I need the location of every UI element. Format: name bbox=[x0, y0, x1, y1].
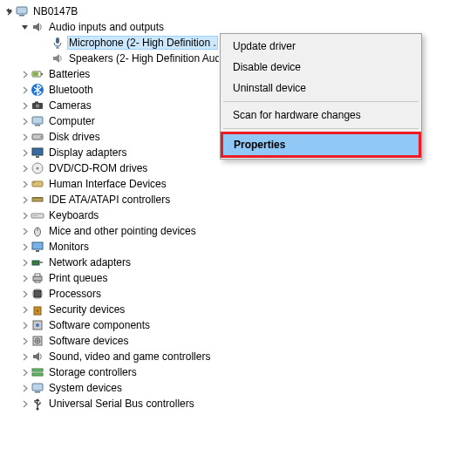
chevron-right-icon[interactable] bbox=[19, 100, 30, 111]
tree-category[interactable]: Mice and other pointing devices bbox=[2, 223, 468, 239]
chevron-right-icon[interactable] bbox=[19, 241, 30, 252]
menu-disable-device[interactable]: Disable device bbox=[222, 57, 419, 78]
svg-rect-11 bbox=[35, 125, 40, 126]
tree-category[interactable]: System devices bbox=[2, 380, 468, 396]
tree-category[interactable]: Print queues bbox=[2, 270, 468, 286]
svg-point-13 bbox=[40, 136, 42, 138]
svg-rect-25 bbox=[37, 215, 37, 216]
display-icon bbox=[31, 146, 44, 160]
svg-rect-36 bbox=[37, 309, 38, 312]
tree-category[interactable]: Keyboards bbox=[2, 207, 468, 223]
tree-category[interactable]: Network adapters bbox=[2, 255, 468, 270]
chevron-right-icon[interactable] bbox=[19, 210, 30, 221]
tree-category[interactable]: Sound, video and game controllers bbox=[2, 349, 468, 364]
chevron-down-icon[interactable] bbox=[3, 6, 14, 17]
menu-separator bbox=[223, 128, 419, 129]
tree-category-label: Keyboards bbox=[47, 208, 100, 222]
tree-category-label: Software devices bbox=[47, 334, 130, 348]
svg-point-38 bbox=[36, 323, 39, 327]
tree-category-label: Network adapters bbox=[47, 255, 133, 269]
chevron-right-icon[interactable] bbox=[19, 194, 30, 205]
chevron-right-icon[interactable] bbox=[19, 257, 30, 268]
menu-uninstall-device[interactable]: Uninstall device bbox=[222, 78, 419, 99]
chevron-down-icon[interactable] bbox=[19, 22, 30, 32]
menu-scan-hardware[interactable]: Scan for hardware changes bbox=[222, 105, 419, 126]
svg-rect-9 bbox=[35, 102, 38, 104]
computer-icon bbox=[31, 114, 44, 128]
tree-category[interactable]: Human Interface Devices bbox=[2, 176, 468, 192]
ide-icon bbox=[31, 193, 44, 207]
chevron-right-icon[interactable] bbox=[19, 367, 30, 377]
tree-category[interactable]: Monitors bbox=[2, 239, 468, 255]
tree-device-label: Microphone (2- High Definition . bbox=[67, 36, 218, 50]
tree-category[interactable]: Security devices bbox=[2, 302, 468, 317]
tree-root[interactable]: NB0147B bbox=[2, 3, 468, 19]
svg-rect-44 bbox=[35, 391, 40, 393]
svg-rect-1 bbox=[19, 15, 24, 17]
tree-category[interactable]: Software devices bbox=[2, 333, 468, 349]
chevron-right-icon[interactable] bbox=[19, 132, 30, 142]
tree-category[interactable]: Storage controllers bbox=[2, 364, 468, 380]
svg-rect-2 bbox=[56, 37, 59, 44]
tree-category-label: Display adapters bbox=[47, 146, 128, 160]
svg-rect-23 bbox=[33, 215, 34, 216]
chevron-right-icon[interactable] bbox=[19, 398, 30, 409]
menu-update-driver[interactable]: Update driver bbox=[222, 36, 419, 57]
tree-category-label: IDE ATA/ATAPI controllers bbox=[47, 193, 172, 207]
highlight-callout: Properties bbox=[221, 132, 421, 158]
network-icon bbox=[31, 255, 44, 269]
tree-category-label: DVD/CD-ROM drives bbox=[47, 161, 149, 175]
chevron-right-icon[interactable] bbox=[19, 85, 30, 95]
bluetooth-icon bbox=[31, 83, 44, 97]
svg-rect-15 bbox=[36, 156, 39, 158]
cameras-icon bbox=[31, 99, 44, 112]
computer-icon bbox=[15, 4, 29, 18]
system-icon bbox=[31, 381, 44, 395]
svg-rect-31 bbox=[33, 276, 42, 281]
tree-category-label: Batteries bbox=[47, 67, 92, 81]
mice-icon bbox=[31, 224, 44, 238]
tree-category[interactable]: Processors bbox=[2, 286, 468, 302]
menu-separator bbox=[223, 101, 419, 102]
svg-rect-41 bbox=[32, 369, 43, 371]
tree-category-label: Sound, video and game controllers bbox=[47, 350, 212, 364]
svg-rect-42 bbox=[32, 373, 43, 376]
sound-icon bbox=[31, 350, 44, 364]
tree-category-label: Processors bbox=[47, 287, 103, 301]
chevron-right-icon[interactable] bbox=[19, 147, 30, 158]
dvd-icon bbox=[31, 161, 44, 175]
svg-rect-18 bbox=[32, 181, 43, 187]
tree-category-label: Storage controllers bbox=[47, 365, 139, 379]
tree-device-label: Speakers (2- High Definition Aud bbox=[67, 51, 219, 65]
chevron-right-icon[interactable] bbox=[19, 351, 30, 362]
svg-rect-43 bbox=[32, 384, 43, 391]
chevron-right-icon[interactable] bbox=[19, 383, 30, 393]
chevron-right-icon[interactable] bbox=[19, 163, 30, 173]
chevron-right-icon[interactable] bbox=[19, 226, 30, 236]
svg-rect-19 bbox=[33, 182, 35, 183]
tree-category[interactable]: Universal Serial Bus controllers bbox=[2, 396, 468, 411]
chevron-right-icon[interactable] bbox=[19, 273, 30, 283]
tree-category-label: Computer bbox=[47, 114, 97, 128]
tree-root-label: NB0147B bbox=[31, 4, 79, 18]
chevron-right-icon[interactable] bbox=[19, 179, 30, 189]
tree-category[interactable]: DVD/CD-ROM drives bbox=[2, 160, 468, 176]
tree-category-label: Disk drives bbox=[47, 130, 102, 144]
menu-properties[interactable]: Properties bbox=[223, 134, 419, 155]
chevron-right-icon[interactable] bbox=[19, 304, 30, 315]
tree-category-label: Universal Serial Bus controllers bbox=[47, 397, 196, 411]
chevron-right-icon[interactable] bbox=[19, 320, 30, 330]
svg-rect-24 bbox=[35, 215, 36, 216]
svg-rect-5 bbox=[33, 72, 38, 76]
chevron-right-icon[interactable] bbox=[19, 289, 30, 299]
chevron-right-icon[interactable] bbox=[19, 116, 30, 126]
chevron-right-icon[interactable] bbox=[19, 69, 30, 79]
tree-category-label: Bluetooth bbox=[47, 83, 95, 97]
svg-rect-20 bbox=[32, 198, 43, 201]
chevron-right-icon[interactable] bbox=[19, 336, 30, 346]
svg-rect-34 bbox=[34, 290, 41, 297]
tree-category[interactable]: Software components bbox=[2, 317, 468, 333]
tree-category[interactable]: IDE ATA/ATAPI controllers bbox=[2, 192, 468, 207]
svg-rect-33 bbox=[35, 281, 40, 282]
svg-rect-4 bbox=[41, 73, 43, 75]
